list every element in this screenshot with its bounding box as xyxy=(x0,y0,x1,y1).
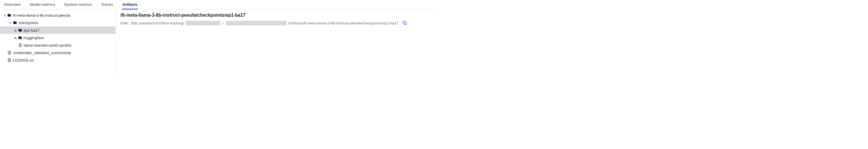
chevron-right-icon[interactable]: ▶ xyxy=(14,36,18,39)
folder-icon xyxy=(13,21,17,25)
chevron-down-icon[interactable]: ▼ xyxy=(3,14,7,17)
tree-item-label: huggingface xyxy=(24,36,44,40)
artifact-path-row: Path: dbfs:/databricks/mlflow-tracking/ … xyxy=(120,21,429,25)
tree-row-file[interactable]: LICENSE.txt xyxy=(0,57,116,64)
tree-row-folder[interactable]: ▶huggingface xyxy=(0,34,116,41)
folder-icon xyxy=(18,36,23,40)
copy-path-icon[interactable] xyxy=(403,21,407,25)
file-icon xyxy=(7,58,11,62)
artifact-title: ift-meta-llama-3-8b-instruct-peeufa/chec… xyxy=(120,13,429,18)
tab-artifacts[interactable]: Artifacts xyxy=(122,0,138,9)
tree-item-label: ift-meta-llama-3-8b-instruct-peeufa xyxy=(13,13,70,17)
tab-model-metrics[interactable]: Model metrics xyxy=(29,0,56,9)
file-icon xyxy=(7,51,11,54)
tree-row-folder[interactable]: ▶ep1-ba17 xyxy=(0,27,116,34)
tree-row-folder[interactable]: ▼ift-meta-llama-3-8b-instruct-peeufa xyxy=(0,11,116,19)
svg-rect-0 xyxy=(404,23,406,25)
path-label: Path: xyxy=(120,21,129,25)
tree-item-label: .credentials_validated_successfully xyxy=(13,51,71,55)
folder-icon xyxy=(7,13,11,17)
artifact-tree: ▼ift-meta-llama-3-8b-instruct-peeufa▼che… xyxy=(0,10,116,75)
tree-item-label: checkpoints xyxy=(19,21,38,25)
tree-row-file[interactable]: latest-sharded-rank0.symlink xyxy=(0,41,116,49)
tree-row-file[interactable]: .credentials_validated_successfully xyxy=(0,49,116,57)
tree-item-label: LICENSE.txt xyxy=(13,58,34,63)
artifact-detail: ift-meta-llama-3-8b-instruct-peeufa/chec… xyxy=(116,10,434,75)
tree-row-folder[interactable]: ▼checkpoints xyxy=(0,19,116,27)
path-redacted-segment xyxy=(186,21,220,25)
file-icon xyxy=(18,43,23,47)
path-separator: / xyxy=(222,21,224,25)
folder-icon xyxy=(18,28,23,32)
path-redacted-segment xyxy=(226,21,286,25)
chevron-right-icon[interactable]: ▶ xyxy=(14,29,18,32)
tree-item-label: ep1-ba17 xyxy=(24,28,39,33)
tab-overview[interactable]: Overview xyxy=(3,0,21,9)
path-prefix: dbfs:/databricks/mlflow-tracking/ xyxy=(131,21,184,25)
chevron-down-icon[interactable]: ▼ xyxy=(9,21,13,25)
path-suffix: /artifacts/ift-meta-llama-3-8b-instruct-… xyxy=(288,21,399,25)
tab-system-metrics[interactable]: System metrics xyxy=(64,0,92,9)
tab-traces[interactable]: Traces xyxy=(100,0,114,9)
tabs-bar: OverviewModel metricsSystem metricsTrace… xyxy=(0,0,434,10)
tree-item-label: latest-sharded-rank0.symlink xyxy=(24,43,71,47)
content-area: ▼ift-meta-llama-3-8b-instruct-peeufa▼che… xyxy=(0,10,434,75)
